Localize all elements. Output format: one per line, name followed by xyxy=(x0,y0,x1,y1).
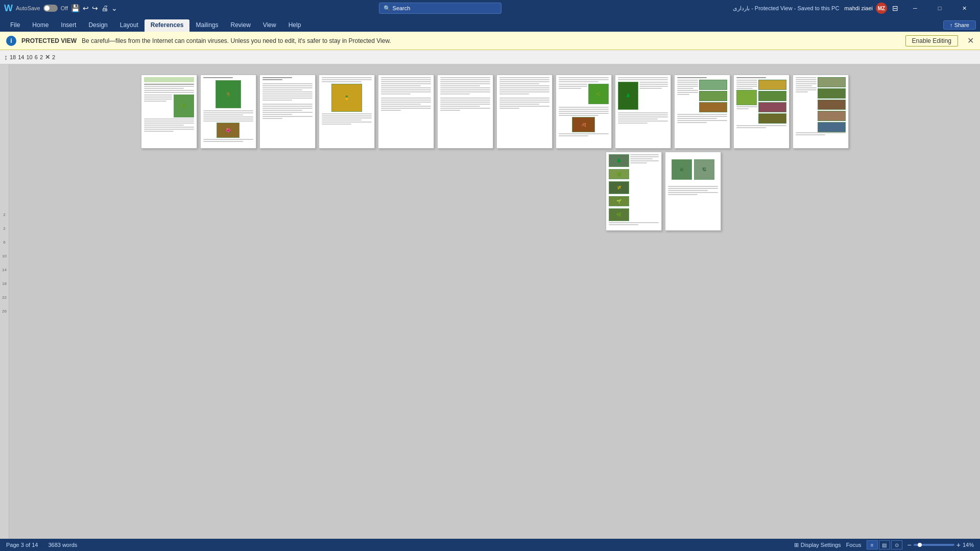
text-line xyxy=(559,84,587,85)
customize-button[interactable]: ⌄ xyxy=(111,4,117,12)
text-line xyxy=(440,100,490,101)
tab-references[interactable]: References xyxy=(145,19,190,32)
page-thumb-12[interactable] xyxy=(793,75,849,149)
text-line xyxy=(668,194,698,195)
text-line xyxy=(618,116,668,117)
page-thumb-11[interactable] xyxy=(733,75,790,149)
close-button[interactable]: ✕ xyxy=(952,0,976,16)
search-box[interactable]: 🔍 xyxy=(379,3,501,14)
page-thumb-9[interactable]: 🌲 xyxy=(615,75,671,149)
save-button[interactable]: 💾 xyxy=(71,4,80,12)
zoom-out-button[interactable]: − xyxy=(907,541,912,549)
text-line xyxy=(440,98,490,99)
text-line xyxy=(559,111,609,112)
web-view-button[interactable]: ⊙ xyxy=(891,540,902,549)
text-line xyxy=(630,154,659,155)
text-line xyxy=(262,110,302,111)
text-line xyxy=(618,79,668,80)
print-view-button[interactable]: ▤ xyxy=(879,540,890,549)
read-view-button[interactable]: ≡ xyxy=(867,540,878,549)
redo-button[interactable]: ↪ xyxy=(92,4,98,12)
avatar[interactable]: MZ xyxy=(876,3,887,14)
text-line xyxy=(262,106,313,107)
page-thumb-7[interactable] xyxy=(496,75,553,149)
app-logo: W xyxy=(4,3,13,14)
tab-insert[interactable]: Insert xyxy=(55,19,82,32)
undo-button[interactable]: ↩ xyxy=(83,4,89,12)
text-line xyxy=(796,79,817,80)
tab-mailings[interactable]: Mailings xyxy=(189,19,224,32)
text-line xyxy=(677,116,727,117)
text-line xyxy=(262,98,313,99)
page-thumb-1[interactable]: 🌿 xyxy=(141,75,197,149)
text-line xyxy=(440,89,490,90)
text-line xyxy=(203,110,253,111)
tab-review[interactable]: Review xyxy=(225,19,257,32)
text-line xyxy=(618,77,668,78)
page-thumb-6[interactable] xyxy=(437,75,493,149)
page-thumb-3[interactable] xyxy=(259,75,316,149)
text-line xyxy=(796,77,817,78)
page-thumb-10[interactable] xyxy=(674,75,730,149)
text-line xyxy=(381,91,431,92)
strip-img xyxy=(818,100,846,110)
protected-message: Be careful—files from the Internet can c… xyxy=(82,37,900,44)
print-button[interactable]: 🖨 xyxy=(101,4,108,12)
text-line xyxy=(144,123,194,124)
strip-img xyxy=(758,113,786,124)
close-bar-button[interactable]: ✕ xyxy=(967,36,974,45)
tab-design[interactable]: Design xyxy=(82,19,113,32)
text-line xyxy=(144,88,184,89)
text-line xyxy=(381,102,431,103)
display-settings-icon: ⊞ xyxy=(794,542,799,548)
text-line xyxy=(440,87,490,88)
zoom-slider-thumb xyxy=(918,543,922,547)
text-line xyxy=(322,124,352,125)
strip-img xyxy=(758,102,786,112)
text-line xyxy=(322,81,362,82)
text-line xyxy=(440,85,480,86)
text-line xyxy=(440,93,470,94)
tab-file[interactable]: File xyxy=(4,19,26,32)
ruler-tick: 22 xyxy=(2,295,7,300)
text-line xyxy=(559,79,609,80)
ribbon-toggle[interactable]: ⊟ xyxy=(892,4,898,12)
minimize-button[interactable]: ─ xyxy=(903,0,927,16)
ruler-tick: 2 xyxy=(3,226,5,231)
page-image-14a: 🏛 xyxy=(672,159,692,180)
tab-view[interactable]: View xyxy=(257,19,282,32)
tab-home[interactable]: Home xyxy=(26,19,55,32)
page-thumb-13[interactable]: 🌲 🌿 🌾 🌱 🌿 xyxy=(606,152,662,231)
page-thumb-4[interactable]: 🍍 xyxy=(319,75,375,149)
zoom-slider[interactable] xyxy=(914,544,954,546)
text-line xyxy=(262,83,313,84)
search-input[interactable] xyxy=(393,5,497,11)
zoom-percent: 14% xyxy=(963,542,974,548)
strip-img xyxy=(818,122,846,132)
text-line xyxy=(499,104,539,105)
strip-img xyxy=(699,102,727,112)
title-bar: W AutoSave Off 💾 ↩ ↪ 🖨 ⌄ 🔍 بارداری - Pro… xyxy=(0,0,980,16)
maximize-button[interactable]: □ xyxy=(928,0,951,16)
display-settings-button[interactable]: ⊞ Display Settings xyxy=(794,542,841,548)
page-thumb-5[interactable] xyxy=(378,75,434,149)
page-thumb-2[interactable]: 🌴 🌺 xyxy=(200,75,256,149)
ruler-tick: 2 xyxy=(3,212,5,217)
toolbar-num-4: 6 xyxy=(35,54,38,60)
text-line xyxy=(499,85,549,86)
page-thumb-14[interactable]: 🏛 🏗 xyxy=(665,152,721,231)
ruler-tick: 18 xyxy=(2,281,7,286)
focus-button[interactable]: Focus xyxy=(846,542,862,548)
text-line xyxy=(677,80,698,81)
tab-help[interactable]: Help xyxy=(282,19,307,32)
text-line xyxy=(499,100,549,101)
page-image-8b: 🍂 xyxy=(572,117,595,132)
share-button[interactable]: ↑ Share xyxy=(943,20,976,30)
zoom-in-button[interactable]: + xyxy=(957,541,961,549)
enable-editing-button[interactable]: Enable Editing xyxy=(905,35,958,46)
autosave-toggle[interactable] xyxy=(43,5,58,12)
tab-layout[interactable]: Layout xyxy=(114,19,145,32)
ruler-toggle[interactable]: ↕ xyxy=(4,53,8,61)
page-thumb-8[interactable]: 🌿 🍂 xyxy=(556,75,612,149)
toolbar-num-2: 14 xyxy=(18,54,24,60)
